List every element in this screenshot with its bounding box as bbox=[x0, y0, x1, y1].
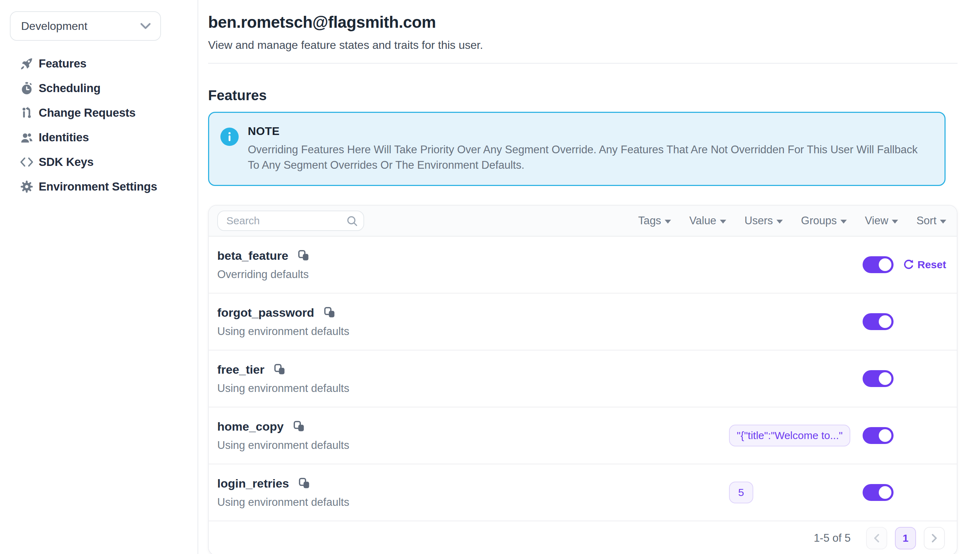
sidebar-item-label: Identities bbox=[39, 131, 89, 144]
feature-row: login_retries Using environment defaults… bbox=[209, 464, 957, 521]
feature-toggle[interactable] bbox=[862, 256, 894, 273]
sidebar-item-label: Features bbox=[39, 57, 86, 70]
copy-icon[interactable] bbox=[274, 364, 285, 375]
environment-selector[interactable]: Development bbox=[10, 11, 161, 41]
copy-icon[interactable] bbox=[324, 307, 335, 318]
feature-status: Using environment defaults bbox=[217, 439, 729, 452]
pagination: 1-5 of 5 1 bbox=[209, 521, 957, 554]
note-banner: NOTE Overriding Features Here Will Take … bbox=[208, 112, 945, 186]
feature-status: Using environment defaults bbox=[217, 496, 729, 509]
filter-tags[interactable]: Tags bbox=[638, 215, 671, 227]
chevron-down-icon bbox=[140, 22, 151, 30]
filter-label: Sort bbox=[916, 215, 936, 227]
info-icon bbox=[220, 127, 239, 146]
rocket-icon bbox=[20, 57, 34, 71]
search-input[interactable] bbox=[217, 210, 364, 231]
sidebar-item-features[interactable]: Features bbox=[0, 51, 197, 76]
page-number-button[interactable]: 1 bbox=[895, 527, 916, 549]
reset-label: Reset bbox=[918, 259, 946, 271]
feature-value-chip[interactable]: 5 bbox=[729, 482, 753, 503]
main-content: ben.rometsch@flagsmith.com View and mana… bbox=[208, 0, 958, 554]
feature-name[interactable]: login_retries bbox=[217, 477, 289, 490]
features-heading: Features bbox=[208, 88, 958, 103]
filter-label: View bbox=[865, 215, 889, 227]
feature-toggle[interactable] bbox=[862, 370, 894, 387]
feature-toggle[interactable] bbox=[862, 427, 894, 444]
feature-info: beta_feature Overriding defaults bbox=[217, 249, 729, 281]
page-title: ben.rometsch@flagsmith.com bbox=[208, 13, 958, 32]
caret-down-icon bbox=[665, 220, 671, 224]
filter-label: Groups bbox=[801, 215, 837, 227]
note-text: NOTE Overriding Features Here Will Take … bbox=[248, 125, 924, 173]
filter-bar: Tags Value Users Groups View S bbox=[638, 215, 946, 227]
feature-row: forgot_password Using environment defaul… bbox=[209, 293, 957, 350]
feature-info: free_tier Using environment defaults bbox=[217, 363, 729, 395]
value-zone: 5 bbox=[729, 482, 862, 503]
gear-icon bbox=[20, 180, 34, 194]
note-title: NOTE bbox=[248, 125, 924, 138]
note-body: Overriding Features Here Will Take Prior… bbox=[248, 142, 924, 173]
feature-row: home_copy Using environment defaults "{"… bbox=[209, 408, 957, 464]
features-toolbar: Tags Value Users Groups View S bbox=[209, 205, 957, 237]
sidebar-item-sdk-keys[interactable]: SDK Keys bbox=[0, 150, 197, 174]
feature-value-chip[interactable]: "{"title":"Welcome to..." bbox=[729, 425, 850, 446]
feature-name[interactable]: beta_feature bbox=[217, 249, 288, 263]
sidebar-item-scheduling[interactable]: Scheduling bbox=[0, 76, 197, 100]
feature-status: Using environment defaults bbox=[217, 382, 729, 395]
copy-icon[interactable] bbox=[299, 478, 310, 489]
feature-toggle[interactable] bbox=[862, 484, 894, 501]
chevron-right-icon bbox=[931, 533, 937, 543]
feature-status: Overriding defaults bbox=[217, 268, 729, 281]
copy-icon[interactable] bbox=[298, 250, 309, 261]
code-icon bbox=[20, 155, 34, 169]
sidebar-item-label: SDK Keys bbox=[39, 155, 94, 169]
filter-value[interactable]: Value bbox=[689, 215, 726, 227]
pagination-summary: 1-5 of 5 bbox=[814, 532, 851, 544]
filter-label: Users bbox=[745, 215, 773, 227]
identities-icon bbox=[20, 131, 34, 145]
filter-sort[interactable]: Sort bbox=[916, 215, 946, 227]
value-zone: "{"title":"Welcome to..." bbox=[729, 425, 862, 446]
filter-view[interactable]: View bbox=[865, 215, 899, 227]
feature-row: beta_feature Overriding defaults bbox=[209, 237, 957, 293]
filter-groups[interactable]: Groups bbox=[801, 215, 847, 227]
next-page-button[interactable] bbox=[924, 527, 945, 549]
search-icon bbox=[347, 215, 358, 229]
sidebar-item-label: Change Requests bbox=[39, 106, 136, 119]
stopwatch-icon bbox=[20, 81, 34, 95]
reset-zone: Reset bbox=[894, 259, 948, 271]
environment-selector-value: Development bbox=[21, 20, 140, 33]
chevron-left-icon bbox=[873, 533, 880, 543]
features-panel: Tags Value Users Groups View S bbox=[208, 205, 958, 554]
sidebar: Development Features bbox=[0, 0, 198, 554]
feature-info: login_retries Using environment defaults bbox=[217, 477, 729, 509]
sidebar-item-change-requests[interactable]: Change Requests bbox=[0, 100, 197, 125]
caret-down-icon bbox=[940, 220, 946, 224]
feature-name[interactable]: free_tier bbox=[217, 363, 264, 376]
app-root: Development Features bbox=[0, 0, 980, 554]
filter-label: Value bbox=[689, 215, 716, 227]
reset-button[interactable]: Reset bbox=[903, 259, 946, 271]
sidebar-item-environment-settings[interactable]: Environment Settings bbox=[0, 174, 197, 199]
feature-info: home_copy Using environment defaults bbox=[217, 420, 729, 452]
caret-down-icon bbox=[840, 220, 847, 224]
header-divider bbox=[208, 63, 958, 64]
filter-users[interactable]: Users bbox=[745, 215, 783, 227]
feature-status: Using environment defaults bbox=[217, 325, 729, 338]
page-subtitle: View and manage feature states and trait… bbox=[208, 39, 958, 52]
caret-down-icon bbox=[892, 220, 898, 224]
feature-name[interactable]: home_copy bbox=[217, 420, 284, 433]
prev-page-button[interactable] bbox=[866, 527, 887, 549]
change-requests-icon bbox=[20, 106, 34, 120]
sidebar-item-identities[interactable]: Identities bbox=[0, 125, 197, 150]
feature-toggle[interactable] bbox=[862, 313, 894, 330]
filter-label: Tags bbox=[638, 215, 661, 227]
feature-row: free_tier Using environment defaults bbox=[209, 350, 957, 408]
sidebar-nav: Features Scheduling bbox=[0, 51, 197, 199]
caret-down-icon bbox=[776, 220, 783, 224]
feature-name[interactable]: forgot_password bbox=[217, 306, 314, 320]
feature-info: forgot_password Using environment defaul… bbox=[217, 306, 729, 338]
search-wrap bbox=[217, 210, 364, 231]
sidebar-item-label: Scheduling bbox=[39, 81, 100, 95]
copy-icon[interactable] bbox=[294, 421, 305, 432]
